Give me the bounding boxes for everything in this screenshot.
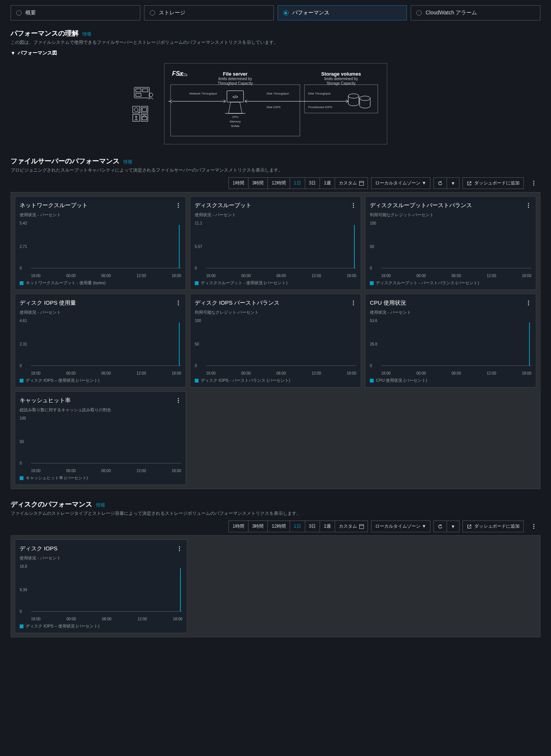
chart-plot[interactable]: 53.6 26.8 0 [370,318,531,370]
x-ticks: 18:0000:0006:0012:0018:00 [381,274,531,278]
y-tick: 0 [20,461,22,465]
svg-line-34 [138,111,139,113]
chart-menu-button[interactable] [525,301,531,305]
add-dashboard-button[interactable]: ダッシュボードに追加 [463,521,524,532]
chart-menu-button[interactable] [350,203,356,208]
data-spike [529,322,530,366]
range-custom[interactable]: カスタム [335,178,368,189]
chart-plot[interactable]: 100 50 0 [20,415,181,468]
chart-title: ディスク IOPS [20,545,57,552]
range-3d[interactable]: 3日 [305,178,320,189]
svg-text:Memory: Memory [230,120,241,123]
y-tick: 53.6 [370,319,377,323]
chart-menu-button[interactable] [176,546,182,551]
chart-menu-button[interactable] [350,301,356,305]
overflow-menu-button[interactable] [527,177,540,189]
svg-text:Disk IOPS: Disk IOPS [267,105,281,109]
chart-plot[interactable]: 11.1 5.57 0 [195,220,356,273]
chart-menu-button[interactable] [175,301,181,305]
range-3h[interactable]: 3時間 [248,178,268,189]
tab-performance[interactable]: パフォーマンス [278,5,407,20]
tab-label: パフォーマンス [292,9,329,16]
x-ticks: 18:0000:0006:0012:0018:00 [31,274,181,278]
chart-menu-button[interactable] [175,398,181,403]
data-spike [354,225,355,268]
chart-plot[interactable]: 4.61 2.31 0 [20,318,181,370]
x-tick: 18:00 [206,274,216,278]
range-1h[interactable]: 1時間 [229,521,248,532]
x-ticks: 18:0000:0006:0012:0018:00 [31,371,181,375]
range-1d[interactable]: 1日 [290,521,305,532]
timezone-select[interactable]: ローカルタイムゾーン ▼ [371,177,430,189]
x-tick: 12:00 [312,371,321,375]
fileserver-chart-grid: ネットワークスループット 使用状況 - パーセント 5.42 2.71 0 18… [11,192,540,489]
refresh-menu-button[interactable]: ▼ [447,178,459,189]
chart-card: ディスク IOPS バーストバランス 利用可能なクレジット-パーセント 100 … [190,294,361,387]
caret-down-icon: ▼ [11,50,16,56]
tab-storage[interactable]: ストレージ [144,5,274,20]
x-ticks: 18:0000:0006:0012:0018:00 [31,617,182,621]
range-1w[interactable]: 1週 [320,178,335,189]
legend-label: CPU 使用状況 (パーセント) [376,378,427,383]
range-1w[interactable]: 1週 [320,521,335,532]
axis-line [381,366,531,366]
info-link[interactable]: 情報 [123,159,132,164]
svg-rect-42 [142,117,147,120]
svg-text:Storage Capacity: Storage Capacity [326,81,355,85]
x-tick: 12:00 [137,274,146,278]
y-tick: 5.42 [20,221,27,225]
svg-text:Disk Throughput: Disk Throughput [308,92,331,95]
x-ticks: 18:0000:0006:0012:0018:00 [31,469,181,473]
diagram-svg: FSx File server limits determined by Thr… [168,67,380,139]
caret-down-icon: ▼ [451,181,455,186]
range-1d[interactable]: 1日 [290,178,305,189]
y-tick: 26.8 [370,342,377,346]
chart-card: ディスク IOPS 使用量 使用状況 - パーセント 4.61 2.31 0 1… [15,294,186,387]
chart-plot[interactable]: 5.42 2.71 0 [20,220,181,273]
chart-legend: ディスクスループット - バーストバランス (パーセント) [370,280,531,286]
x-tick: 18:00 [206,371,216,375]
refresh-button[interactable] [434,178,447,189]
chart-legend: ディスク IOPS – 使用状況 (パーセント) [20,378,181,383]
y-tick: 5.57 [195,245,202,249]
x-tick: 00:00 [416,274,426,278]
info-link[interactable]: 情報 [96,502,105,508]
refresh-button[interactable] [434,521,447,532]
tab-cloudwatch-alarms[interactable]: CloudWatch アラーム [411,5,540,20]
info-link[interactable]: 情報 [82,31,92,37]
svg-text:limits determined by: limits determined by [324,77,358,81]
x-tick: 06:00 [452,274,461,278]
legend-label: ネットワークスループット - 使用量 (bytes) [26,280,106,286]
chart-menu-button[interactable] [525,203,531,208]
overflow-menu-button[interactable] [527,521,540,532]
chart-legend: CPU 使用状況 (パーセント) [370,378,531,383]
chart-plot[interactable]: 100 50 0 [370,220,531,273]
chart-plot[interactable]: 100 50 0 [195,318,356,370]
chart-plot[interactable]: 18.8 9.39 0 [20,563,182,616]
timezone-select[interactable]: ローカルタイムゾーン ▼ [371,521,430,532]
x-tick: 00:00 [241,371,251,375]
svg-point-38 [135,116,137,118]
x-tick: 12:00 [137,469,146,473]
axis-line [206,366,356,366]
tab-overview[interactable]: 概要 [11,5,140,20]
range-custom[interactable]: カスタム [335,521,368,532]
range-3h[interactable]: 3時間 [248,521,268,532]
range-1h[interactable]: 1時間 [229,178,248,189]
legend-label: ディスクスループット - 使用状況 (パーセント) [201,280,287,286]
x-tick: 18:00 [522,274,531,278]
x-tick: 06:00 [101,469,111,473]
range-12h[interactable]: 12時間 [267,178,289,189]
chart-subtitle: 使用状況 - パーセント [20,212,181,218]
y-tick: 100 [195,319,201,323]
svg-text:Storage volumes: Storage volumes [321,71,361,77]
chart-toolbar: 1時間 3時間 12時間 1日 3日 1週 カスタム ローカルタイムゾーン ▼ … [11,177,540,189]
expander-performance-diagram[interactable]: ▼ パフォーマンス図 [11,50,540,56]
range-12h[interactable]: 12時間 [267,521,289,532]
range-3d[interactable]: 3日 [305,521,320,532]
refresh-menu-button[interactable]: ▼ [447,521,459,532]
add-dashboard-button[interactable]: ダッシュボードに追加 [463,177,524,189]
x-tick: 12:00 [487,274,496,278]
svg-text:</>: </> [232,95,238,99]
chart-menu-button[interactable] [175,203,181,208]
